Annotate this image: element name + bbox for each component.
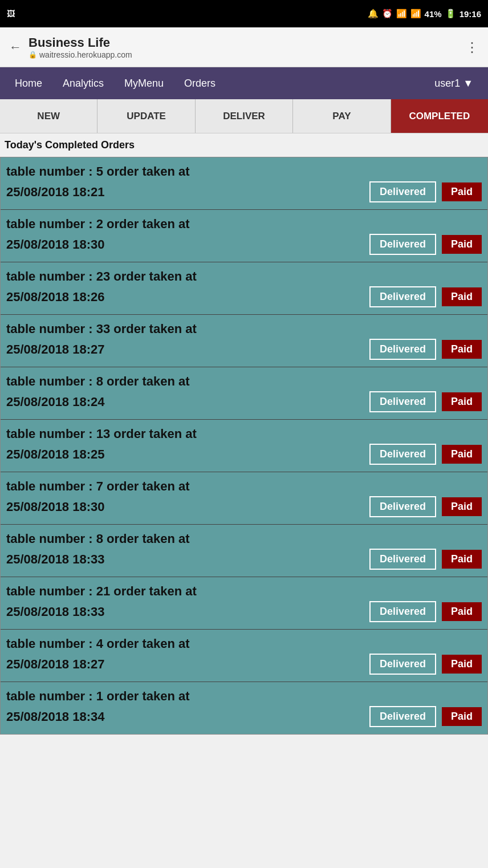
order-row: table number : 5 order taken at25/08/201… [1, 157, 487, 210]
order-table-text: table number : 4 order taken at [6, 636, 482, 651]
nav-orders[interactable]: Orders [174, 72, 226, 95]
order-row: table number : 2 order taken at25/08/201… [1, 210, 487, 262]
order-row: table number : 13 order taken at25/08/20… [1, 420, 487, 472]
paid-button[interactable]: Paid [442, 707, 482, 726]
order-datetime: 25/08/2018 18:24 [6, 395, 364, 409]
order-row: table number : 33 order taken at25/08/20… [1, 315, 487, 367]
url-text: waitressio.herokuapp.com [39, 50, 132, 59]
paid-button[interactable]: Paid [442, 497, 482, 516]
paid-button[interactable]: Paid [442, 602, 482, 621]
section-header: Today's Completed Orders [0, 133, 488, 157]
notification-icon: 🔔 [368, 9, 379, 19]
browser-title-block: Business Life 🔒 waitressio.herokuapp.com [29, 35, 465, 59]
order-datetime: 25/08/2018 18:30 [6, 237, 364, 252]
alarm-icon: ⏰ [382, 9, 393, 19]
order-bottom-line: 25/08/2018 18:33DeliveredPaid [6, 549, 482, 570]
order-table-text: table number : 8 order taken at [6, 374, 482, 389]
order-row: table number : 7 order taken at25/08/201… [1, 472, 487, 525]
order-datetime: 25/08/2018 18:27 [6, 342, 364, 357]
order-datetime: 25/08/2018 18:27 [6, 657, 364, 672]
order-table-text: table number : 7 order taken at [6, 479, 482, 494]
order-bottom-line: 25/08/2018 18:26DeliveredPaid [6, 286, 482, 307]
paid-button[interactable]: Paid [442, 340, 482, 359]
order-row: table number : 1 order taken at25/08/201… [1, 682, 487, 734]
delivered-button[interactable]: Delivered [369, 549, 436, 570]
order-bottom-line: 25/08/2018 18:24DeliveredPaid [6, 391, 482, 412]
order-datetime: 25/08/2018 18:33 [6, 605, 364, 619]
tabs-bar: NEW UPDATE DELIVER PAY COMPLETED [0, 99, 488, 133]
browser-chrome: ← Business Life 🔒 waitressio.herokuapp.c… [0, 27, 488, 67]
nav-home[interactable]: Home [5, 72, 52, 95]
order-row: table number : 8 order taken at25/08/201… [1, 525, 487, 577]
order-bottom-line: 25/08/2018 18:34DeliveredPaid [6, 706, 482, 727]
order-table-text: table number : 2 order taken at [6, 217, 482, 232]
battery-icon: 🔋 [445, 9, 456, 19]
order-datetime: 25/08/2018 18:30 [6, 500, 364, 514]
status-bar-left: 🖼 [7, 9, 15, 18]
order-bottom-line: 25/08/2018 18:21DeliveredPaid [6, 181, 482, 202]
order-row: table number : 23 order taken at25/08/20… [1, 262, 487, 315]
time-display: 19:16 [459, 9, 481, 19]
paid-button[interactable]: Paid [442, 287, 482, 306]
order-row: table number : 4 order taken at25/08/201… [1, 630, 487, 682]
delivered-button[interactable]: Delivered [369, 391, 436, 412]
delivered-button[interactable]: Delivered [369, 339, 436, 360]
dropdown-arrow-icon: ▼ [463, 78, 473, 89]
browser-menu-button[interactable]: ⋮ [465, 39, 479, 55]
nav-mymenu[interactable]: MyMenu [114, 72, 174, 95]
lock-icon: 🔒 [29, 51, 37, 59]
delivered-button[interactable]: Delivered [369, 706, 436, 727]
back-button[interactable]: ← [9, 40, 22, 55]
nav-user[interactable]: user1 ▼ [424, 72, 483, 95]
delivered-button[interactable]: Delivered [369, 654, 436, 675]
delivered-button[interactable]: Delivered [369, 286, 436, 307]
app-title: Business Life [29, 35, 465, 50]
status-bar: 🖼 🔔 ⏰ 📶 📶 41% 🔋 19:16 [0, 0, 488, 27]
order-table-text: table number : 13 order taken at [6, 427, 482, 441]
wifi-icon: 📶 [396, 9, 407, 19]
order-bottom-line: 25/08/2018 18:30DeliveredPaid [6, 496, 482, 517]
photo-icon: 🖼 [7, 9, 15, 18]
order-row: table number : 21 order taken at25/08/20… [1, 577, 487, 630]
paid-button[interactable]: Paid [442, 550, 482, 569]
paid-button[interactable]: Paid [442, 182, 482, 201]
delivered-button[interactable]: Delivered [369, 234, 436, 255]
paid-button[interactable]: Paid [442, 445, 482, 464]
order-table-text: table number : 5 order taken at [6, 164, 482, 179]
order-bottom-line: 25/08/2018 18:27DeliveredPaid [6, 654, 482, 675]
order-table-text: table number : 33 order taken at [6, 322, 482, 336]
order-datetime: 25/08/2018 18:33 [6, 552, 364, 567]
order-bottom-line: 25/08/2018 18:30DeliveredPaid [6, 234, 482, 255]
order-datetime: 25/08/2018 18:21 [6, 185, 364, 200]
tab-deliver[interactable]: DELIVER [196, 99, 293, 133]
order-datetime: 25/08/2018 18:34 [6, 709, 364, 724]
tab-update[interactable]: UPDATE [97, 99, 195, 133]
delivered-button[interactable]: Delivered [369, 496, 436, 517]
signal-icon: 📶 [410, 9, 421, 19]
nav-user-label: user1 [434, 78, 460, 89]
delivered-button[interactable]: Delivered [369, 181, 436, 202]
order-datetime: 25/08/2018 18:25 [6, 447, 364, 462]
order-table-text: table number : 8 order taken at [6, 532, 482, 546]
order-datetime: 25/08/2018 18:26 [6, 290, 364, 305]
order-table-text: table number : 21 order taken at [6, 584, 482, 599]
delivered-button[interactable]: Delivered [369, 601, 436, 622]
tab-new[interactable]: NEW [0, 99, 97, 133]
browser-url: 🔒 waitressio.herokuapp.com [29, 50, 465, 59]
status-bar-right: 🔔 ⏰ 📶 📶 41% 🔋 19:16 [368, 9, 481, 19]
nav-bar: Home Analytics MyMenu Orders user1 ▼ [0, 67, 488, 99]
tab-completed[interactable]: COMPLETED [391, 99, 488, 133]
order-table-text: table number : 23 order taken at [6, 269, 482, 284]
paid-button[interactable]: Paid [442, 655, 482, 674]
delivered-button[interactable]: Delivered [369, 444, 436, 465]
order-bottom-line: 25/08/2018 18:33DeliveredPaid [6, 601, 482, 622]
nav-analytics[interactable]: Analytics [52, 72, 114, 95]
tab-pay[interactable]: PAY [293, 99, 391, 133]
order-row: table number : 8 order taken at25/08/201… [1, 367, 487, 420]
order-bottom-line: 25/08/2018 18:27DeliveredPaid [6, 339, 482, 360]
order-bottom-line: 25/08/2018 18:25DeliveredPaid [6, 444, 482, 465]
battery-level: 41% [425, 9, 442, 19]
paid-button[interactable]: Paid [442, 392, 482, 411]
paid-button[interactable]: Paid [442, 235, 482, 254]
orders-list: table number : 5 order taken at25/08/201… [0, 157, 488, 735]
